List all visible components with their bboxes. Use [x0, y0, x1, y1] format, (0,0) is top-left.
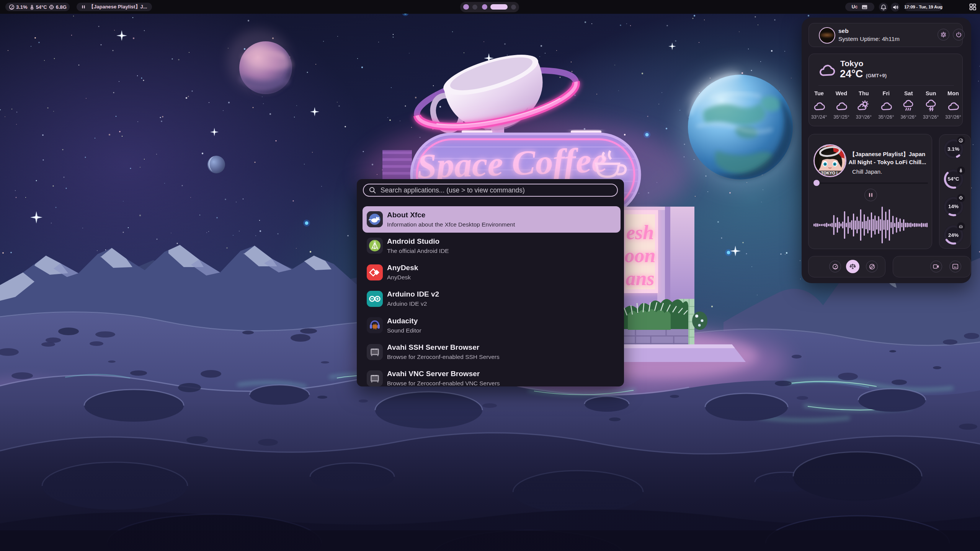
svg-text:ans: ans: [626, 267, 654, 289]
svg-text:TOKYO L: TOKYO L: [821, 171, 839, 175]
svg-text:oon: oon: [625, 245, 656, 266]
svg-text:esh: esh: [626, 222, 654, 243]
